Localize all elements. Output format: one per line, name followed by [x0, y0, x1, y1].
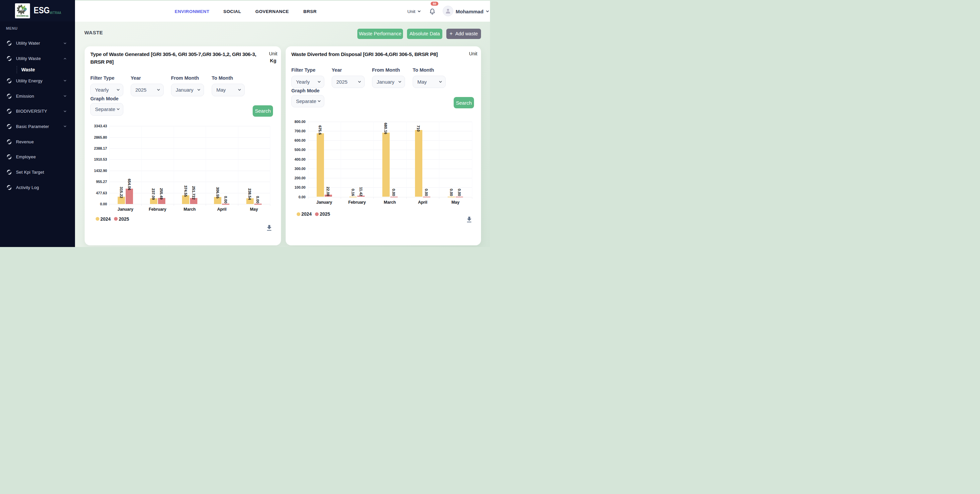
y-axis-tick-label: 1432.90	[87, 169, 107, 173]
sidebar-subitem-waste[interactable]: Waste	[0, 66, 75, 73]
sidebar-item-basic-parameter[interactable]: Basic Parameter	[0, 119, 75, 134]
sidebar-item-label: Basic Parameter	[16, 124, 49, 129]
gridline	[109, 204, 270, 204]
axis-tick	[109, 204, 110, 206]
axis-tick	[340, 197, 341, 199]
bar-value-label: 238.54	[248, 188, 252, 200]
avatar[interactable]	[443, 6, 453, 16]
legend-label: 2025	[119, 216, 129, 222]
gridline	[308, 122, 472, 122]
sidebar-menu: Utility WaterUtility WasteWasteUtility E…	[0, 36, 75, 195]
sidebar-item-label: Activity Log	[16, 185, 39, 190]
sidebar-item-employee[interactable]: Employee	[0, 149, 75, 165]
gridline	[109, 182, 270, 182]
sidebar-item-utility-water[interactable]: Utility Water	[0, 36, 75, 51]
bar-value-label: 11.42	[359, 187, 363, 196]
bar-value-label: 680.16	[383, 123, 388, 134]
axis-tick	[373, 197, 374, 199]
chart-legend[interactable]: 20242025	[297, 211, 330, 217]
notification-bell[interactable]	[429, 8, 436, 15]
bar-2024-april[interactable]	[415, 130, 422, 197]
esgmitraa-logo-icon	[17, 5, 28, 15]
axis-tick	[173, 204, 174, 206]
bar-value-label: 0.00	[256, 196, 260, 203]
gridline	[308, 131, 472, 131]
bar-value-label: 675.6	[318, 125, 322, 135]
nav-tab-brsr[interactable]: BRSR	[303, 9, 317, 14]
x-axis-label: May	[234, 207, 274, 212]
nav-tab-governance[interactable]: GOVERNANCE	[255, 9, 289, 14]
esg-circle-icon	[7, 170, 12, 175]
legend-dot	[114, 217, 118, 221]
esg-circle-icon	[7, 78, 12, 83]
legend-label: 2024	[301, 211, 312, 217]
download-icon[interactable]	[467, 217, 472, 222]
gridline	[109, 159, 270, 160]
bar-2024-february[interactable]	[349, 197, 357, 198]
bar-2025-may[interactable]	[255, 204, 262, 205]
sidebar-item-emission[interactable]: Emission	[0, 88, 75, 104]
user-name-label: Mohammad	[456, 8, 483, 14]
bar-2024-march[interactable]	[382, 133, 390, 197]
absolute-data-button[interactable]: Absolute Data	[407, 29, 442, 39]
esg-circle-icon	[7, 109, 12, 114]
nav-tab-social[interactable]: SOCIAL	[223, 9, 241, 14]
bar-value-label: 0.00	[449, 189, 453, 196]
y-axis-tick-label: 0.00	[286, 195, 305, 199]
y-axis-tick-label: 477.63	[87, 191, 107, 195]
bar-2025-april[interactable]	[423, 197, 430, 198]
gridline	[406, 122, 407, 197]
bar-2025-april[interactable]	[222, 204, 229, 205]
y-axis-tick-label: 400.00	[286, 157, 305, 161]
gridline	[308, 140, 472, 141]
sidebar-item-biodiversity[interactable]: BIODIVERSITY	[0, 104, 75, 119]
bar-chart: 3343.432865.802388.171910.531432.90955.2…	[85, 46, 281, 245]
brand-logo[interactable]: ESGMitraa	[15, 3, 30, 18]
unit-dropdown-label: Unit	[407, 9, 415, 14]
chevron-up-icon	[63, 57, 67, 60]
bar-value-label: 374.55	[184, 185, 188, 197]
sidebar-item-utility-waste[interactable]: Utility Waste	[0, 51, 75, 66]
gridline	[308, 197, 472, 197]
bar-2024-may[interactable]	[448, 197, 455, 198]
bar-value-label: 0.00	[457, 189, 461, 196]
chevron-down-icon	[417, 10, 421, 13]
y-axis-tick-label: 600.00	[286, 138, 305, 142]
bar-2025-january[interactable]	[126, 189, 133, 204]
bar-value-label: 654.06	[127, 179, 131, 190]
unit-dropdown[interactable]: Unit	[407, 9, 421, 14]
user-menu[interactable]: Mohammad	[456, 8, 489, 14]
sidebar-item-set-kpi-target[interactable]: Set Kpi Target	[0, 165, 75, 180]
sidebar-item-revenue[interactable]: Revenue	[0, 134, 75, 149]
app-root: ESGMitraa ESGMITRAA MENU Utility WaterUt…	[0, 0, 490, 247]
sidebar-item-label: Utility Water	[16, 41, 40, 46]
card-waste-diverted: Waste Diverted from Disposal [GRI 306-4,…	[286, 46, 481, 245]
y-axis-tick-label: 3343.43	[87, 124, 107, 128]
bar-2024-january[interactable]	[317, 133, 324, 197]
main-content: WASTE Waste Performance Absolute Data +A…	[75, 1, 490, 247]
gridline	[472, 122, 473, 197]
sidebar-item-label: Revenue	[16, 139, 33, 145]
bar-2025-may[interactable]	[456, 197, 463, 198]
y-axis-tick-label: 300.00	[286, 167, 305, 171]
bar-2025-march[interactable]	[390, 197, 398, 198]
sidebar-item-label: Utility Energy	[16, 78, 42, 83]
y-axis-tick-label: 800.00	[286, 120, 305, 124]
esg-circle-icon	[7, 124, 12, 129]
chart-legend[interactable]: 20242025	[95, 216, 129, 222]
gridline	[373, 122, 374, 197]
bar-value-label: 251.722	[192, 186, 196, 200]
sidebar-item-utility-energy[interactable]: Utility Energy	[0, 73, 75, 89]
gridline	[270, 126, 270, 204]
legend-dot	[95, 217, 99, 221]
waste-performance-button[interactable]: Waste Performance	[357, 29, 403, 39]
y-axis-tick-label: 200.00	[286, 176, 305, 180]
legend-dot	[315, 212, 319, 216]
esg-circle-icon	[7, 139, 12, 145]
nav-tab-environment[interactable]: ENVIRONMENT	[175, 9, 209, 14]
add-waste-button[interactable]: +Add waste	[446, 29, 481, 39]
brand-name-secondary: MITRAA	[50, 11, 61, 15]
download-icon[interactable]	[267, 225, 272, 231]
notification-badge: 50	[431, 2, 438, 6]
sidebar-item-activity-log[interactable]: Activity Log	[0, 179, 75, 195]
